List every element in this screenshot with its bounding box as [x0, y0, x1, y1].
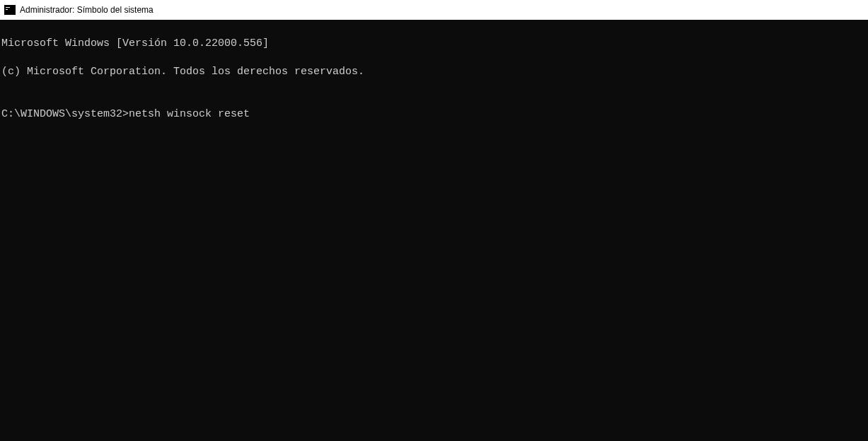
cmd-icon — [4, 5, 16, 15]
copyright-line: (c) Microsoft Corporation. Todos los der… — [1, 65, 867, 79]
prompt-path: C:\WINDOWS\system32> — [1, 107, 129, 122]
command-line: C:\WINDOWS\system32>netsh winsock reset — [1, 107, 867, 122]
command-input[interactable]: netsh winsock reset — [129, 107, 250, 122]
window-title: Administrador: Símbolo del sistema — [20, 5, 154, 15]
window-title-bar[interactable]: Administrador: Símbolo del sistema — [0, 0, 868, 20]
terminal-output[interactable]: Microsoft Windows [Versión 10.0.22000.55… — [0, 20, 868, 441]
version-line: Microsoft Windows [Versión 10.0.22000.55… — [1, 37, 867, 51]
